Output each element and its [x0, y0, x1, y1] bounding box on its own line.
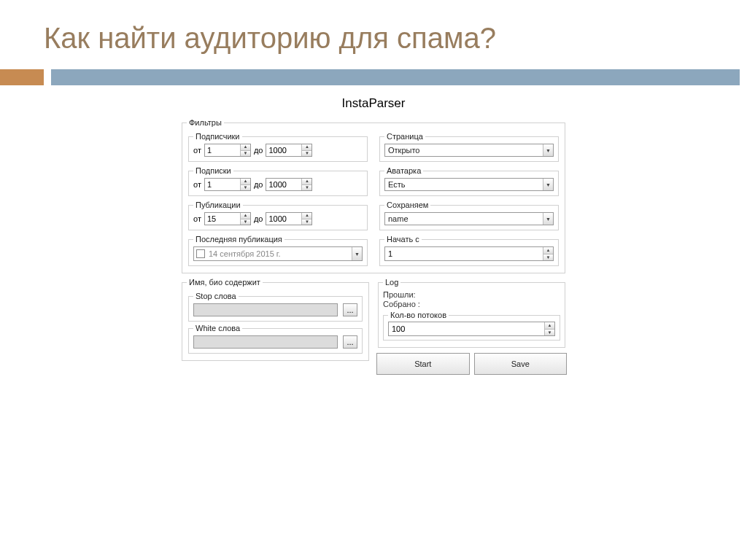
subscriptions-to-stepper[interactable]: ▲▼: [266, 178, 312, 191]
subscribers-to-stepper[interactable]: ▲▼: [266, 144, 312, 157]
bio-group: Имя, био содержит Stop слова ... White с…: [182, 278, 369, 361]
save-as-select[interactable]: name ▼: [384, 212, 554, 225]
subscriptions-group: Подписки от ▲▼ до ▲▼: [188, 166, 368, 196]
posts-to-stepper[interactable]: ▲▼: [266, 212, 312, 225]
start-from-stepper[interactable]: ▲▼: [384, 246, 554, 261]
spin-up-icon[interactable]: ▲: [302, 213, 311, 219]
spin-down-icon[interactable]: ▼: [241, 185, 250, 191]
spin-up-icon[interactable]: ▲: [302, 144, 311, 151]
stop-words-input[interactable]: [193, 303, 338, 316]
save-button[interactable]: Save: [474, 353, 568, 375]
spin-down-icon[interactable]: ▼: [545, 330, 554, 336]
spin-down-icon[interactable]: ▼: [302, 185, 311, 191]
log-group: Log Прошли: Собрано : Кол-во потоков ▲▼: [378, 278, 565, 348]
spin-down-icon[interactable]: ▼: [241, 219, 250, 225]
last-post-group: Последняя публикация 14 сентября 2015 г.…: [188, 235, 368, 266]
accent-bar: [0, 69, 747, 85]
subscriptions-from-stepper[interactable]: ▲▼: [204, 178, 251, 191]
spin-up-icon[interactable]: ▲: [241, 179, 250, 185]
log-collected: Собрано :: [383, 300, 560, 308]
stop-words-group: Stop слова ...: [188, 292, 363, 322]
accent-blue: [51, 69, 740, 85]
app-title: InstaParser: [0, 96, 747, 111]
log-passed: Прошли:: [383, 290, 560, 299]
spin-up-icon[interactable]: ▲: [302, 179, 311, 185]
accent-orange: [0, 69, 44, 85]
app-window: Фильтры Подписчики от ▲▼ до ▲▼: [180, 118, 567, 375]
filters-legend: Фильтры: [187, 118, 224, 127]
page-select[interactable]: Открыто ▼: [384, 144, 554, 157]
posts-from-stepper[interactable]: ▲▼: [204, 212, 251, 225]
page-group: Страница Открыто ▼: [379, 132, 559, 162]
slide-title: Как найти аудиторию для спама?: [0, 0, 747, 69]
start-from-group: Начать с ▲▼: [379, 235, 559, 266]
posts-group: Публикации от ▲▼ до ▲▼: [188, 201, 368, 230]
white-words-browse-button[interactable]: ...: [343, 335, 357, 349]
start-button[interactable]: Start: [376, 353, 470, 375]
subscribers-group: Подписчики от ▲▼ до ▲▼: [188, 132, 368, 162]
chevron-down-icon[interactable]: ▼: [543, 179, 553, 190]
avatar-group: Аватарка Есть ▼: [379, 166, 559, 196]
spin-up-icon[interactable]: ▲: [241, 213, 250, 219]
spin-down-icon[interactable]: ▼: [241, 151, 250, 157]
chevron-down-icon[interactable]: ▼: [543, 213, 553, 225]
last-post-date[interactable]: 14 сентября 2015 г. ▼: [193, 246, 363, 261]
avatar-select[interactable]: Есть ▼: [384, 178, 554, 191]
spin-down-icon[interactable]: ▼: [302, 151, 311, 157]
chevron-down-icon[interactable]: ▼: [543, 144, 553, 156]
threads-stepper[interactable]: ▲▼: [388, 322, 555, 336]
white-words-group: White слова ...: [188, 324, 363, 354]
spin-up-icon[interactable]: ▲: [241, 144, 250, 151]
filters-group: Фильтры Подписчики от ▲▼ до ▲▼: [182, 118, 565, 273]
white-words-input[interactable]: [193, 335, 338, 349]
subscribers-from-stepper[interactable]: ▲▼: [204, 144, 251, 157]
threads-group: Кол-во потоков ▲▼: [383, 311, 560, 341]
spin-up-icon[interactable]: ▲: [545, 322, 554, 330]
checkbox-icon[interactable]: [196, 249, 205, 258]
spin-up-icon[interactable]: ▲: [543, 247, 553, 254]
chevron-down-icon[interactable]: ▼: [352, 247, 362, 260]
save-as-group: Сохраняем name ▼: [379, 201, 559, 230]
spin-down-icon[interactable]: ▼: [543, 254, 553, 261]
stop-words-browse-button[interactable]: ...: [343, 303, 357, 316]
spin-down-icon[interactable]: ▼: [302, 219, 311, 225]
